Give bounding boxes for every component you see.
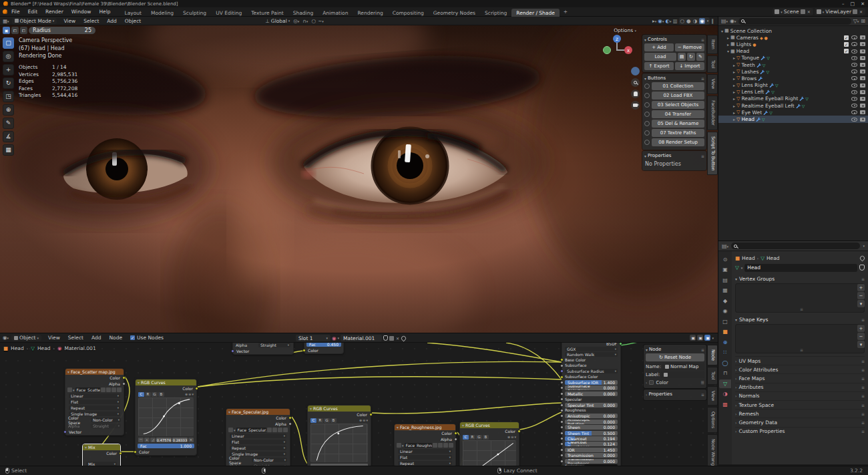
remove-shape-key-button[interactable]: −	[857, 333, 865, 340]
transform-orientation[interactable]: ⊥Global▾	[265, 18, 290, 24]
properties-search-input[interactable]	[731, 243, 860, 249]
channel-g-button[interactable]: G	[152, 392, 158, 397]
bsdf-slider[interactable]: IOR 1.450	[565, 448, 618, 452]
bsdf-row[interactable]: Anisotropic Rotation Anisotropic Rotatio…	[562, 419, 620, 424]
outliner-row[interactable]: ▦ ▽ Tongue ▽ ◆● ● ✓	[718, 55, 868, 61]
input-socket[interactable]	[560, 426, 564, 429]
collapsed-panel[interactable]: ›Face Maps≡	[735, 373, 865, 382]
bsdf-slider[interactable]: Clearcoat Roughness 0.124	[565, 442, 618, 446]
shape-keys-header[interactable]: ▾Shape Keys≡	[735, 315, 865, 323]
zoom-out-icon[interactable]: ⊖	[511, 435, 513, 439]
shield-icon[interactable]	[101, 387, 105, 392]
topbar-menu[interactable]: File	[7, 9, 24, 15]
export-button[interactable]: ↑ Export	[644, 62, 674, 70]
node-header[interactable]: ▾Mix	[83, 444, 120, 450]
projection-dropdown[interactable]: Flat	[230, 440, 286, 444]
bsdf-slider[interactable]: Transmission Roughness 0.000	[565, 459, 618, 464]
bsdf-row[interactable]: IOR IOR IOR 1.450	[562, 447, 620, 452]
input-socket[interactable]	[560, 437, 564, 440]
node-options-icon[interactable]: ▣	[704, 335, 710, 341]
exclude-checkbox[interactable]: ✓	[844, 49, 849, 53]
node-fac-partial[interactable]: Fac 0.450 Color	[304, 343, 344, 354]
input-socket[interactable]	[560, 375, 564, 379]
open-folder-icon[interactable]	[443, 443, 448, 448]
bsdf-row[interactable]: Specular Specular Specular	[562, 397, 620, 402]
sidebar-tab[interactable]: FaceBuilder	[707, 96, 718, 130]
bsdf-row[interactable]: Subsurface Anisotropy Subsurface Anisotr…	[562, 385, 620, 391]
disable-render-icon[interactable]	[860, 63, 865, 67]
sidebar-tab[interactable]: Item	[707, 35, 718, 54]
shape-keys-list[interactable]: + − ▾ ≡	[735, 324, 865, 353]
script-button[interactable]: 05 Del & Rename	[652, 120, 704, 128]
node-image-texture-partial[interactable]: Alpha Straight Vector	[232, 343, 294, 355]
channel-g-button[interactable]: G	[324, 418, 330, 423]
expander-icon[interactable]	[733, 103, 735, 109]
mode-selector[interactable]: Object Mode▾	[12, 18, 57, 24]
expander-icon[interactable]	[733, 116, 735, 122]
bsdf-row[interactable]: Subsurface Subsurface Subsurface	[562, 363, 620, 368]
maximize-button[interactable]: □	[851, 1, 855, 7]
properties-tab[interactable]: ◑	[719, 390, 731, 399]
interpolation-dropdown[interactable]: Linear	[230, 434, 286, 438]
shading-rendered-icon[interactable]: ◉	[699, 18, 705, 24]
input-socket[interactable]	[560, 420, 564, 424]
reset-node-button[interactable]: ↻ Reset Node	[646, 353, 704, 361]
add-workspace-button[interactable]: +	[560, 9, 572, 15]
bsdf-row[interactable]: Sheen Sheen Sheen 0.000	[562, 424, 620, 430]
collapsed-panel[interactable]: ›Texture Space≡	[735, 400, 865, 409]
copy-icon[interactable]	[272, 428, 277, 432]
fac-slider[interactable]: Fac 1.000	[138, 444, 194, 448]
editor-type-icon[interactable]: ▦▾	[0, 18, 12, 24]
bsdf-row[interactable]: Subsurface IOR Subsurface IOR Subsurface…	[562, 379, 620, 385]
bsdf-slider[interactable]: Anisotropic 0.000	[565, 414, 618, 418]
channel-c-button[interactable]: C	[310, 418, 316, 423]
workspace-tab[interactable]: Modeling	[146, 9, 178, 17]
color-space-dropdown[interactable]: Non-Color	[91, 418, 121, 422]
node-header[interactable]: ▾RGB Curves	[460, 422, 519, 428]
bsdf-row[interactable]: Clearcoat Roughness Clearcoat Roughness …	[562, 442, 620, 447]
snapping-icon[interactable]: ▣	[690, 335, 696, 341]
zoom-out-icon[interactable]: ⊖	[363, 418, 365, 422]
input-socket[interactable]	[560, 369, 564, 373]
expander-icon[interactable]	[733, 69, 735, 75]
hide-eye-icon[interactable]	[851, 35, 857, 39]
projection-dropdown[interactable]: Flat	[69, 400, 120, 404]
pan-button[interactable]	[631, 90, 640, 98]
node-editor-menu[interactable]: Node	[105, 335, 127, 341]
expander-icon[interactable]	[727, 41, 729, 47]
input-socket[interactable]	[560, 448, 564, 452]
add-shape-key-button[interactable]: +	[857, 325, 865, 332]
channel-r-button[interactable]: R	[469, 435, 475, 440]
color-socket[interactable]	[288, 416, 292, 420]
disable-render-icon[interactable]	[860, 69, 865, 73]
sidebar-tab[interactable]: Tool	[707, 55, 718, 73]
radio-icon[interactable]	[644, 84, 650, 89]
new-viewlayer-icon[interactable]	[853, 9, 857, 14]
alpha-mode-dropdown[interactable]: Straight	[91, 424, 121, 428]
script-button[interactable]: 03 Select Objects	[652, 101, 704, 109]
new-scene-icon[interactable]	[801, 9, 805, 14]
bsdf-slider[interactable]: Transmission 0.000	[565, 453, 618, 458]
image-icon[interactable]	[67, 387, 72, 392]
bsdf-row[interactable]: Transmission Transmission Transmission 0…	[562, 452, 620, 458]
snap-magnet-icon[interactable]: ∩▾	[302, 18, 308, 24]
handle-auto-icon[interactable]: ◠	[138, 438, 144, 442]
shading-material-icon[interactable]: ◑	[693, 18, 698, 24]
color-socket[interactable]	[454, 432, 457, 435]
tool-button[interactable]: ◳	[3, 91, 14, 102]
color-socket[interactable]	[195, 387, 198, 390]
gizmo-x-axis[interactable]: X	[624, 46, 632, 54]
bsdf-row[interactable]: Specular Tint Specular Tint Specular Tin…	[562, 402, 620, 408]
pause-render-button[interactable]: ‖	[711, 18, 714, 24]
disable-render-icon[interactable]	[860, 97, 865, 101]
fake-user-shield-icon[interactable]	[383, 335, 388, 341]
workspace-tab[interactable]: Animation	[318, 9, 353, 17]
workspace-tab[interactable]: UV Editing	[211, 9, 246, 17]
properties-tab[interactable]: ▩	[719, 400, 731, 409]
radio-icon[interactable]	[644, 93, 650, 98]
workspace-tab[interactable]: Sculpting	[178, 9, 211, 17]
disable-render-icon[interactable]	[860, 42, 865, 46]
filter-funnel-icon[interactable]: ▽▾	[853, 18, 859, 24]
new-collection-icon[interactable]: ⊞	[861, 18, 865, 24]
color-space-dropdown[interactable]: Non-Color	[252, 458, 287, 462]
